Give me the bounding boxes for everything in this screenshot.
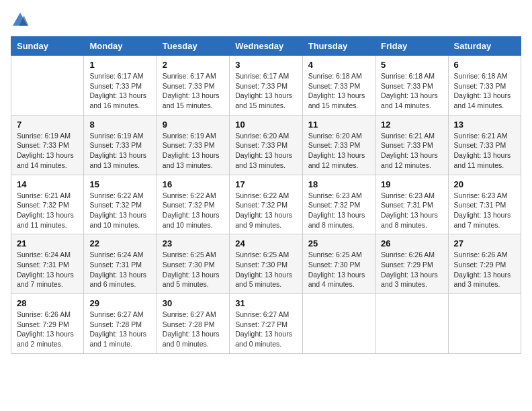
calendar-cell: 27Sunrise: 6:26 AM Sunset: 7:29 PM Dayli… — [448, 234, 521, 294]
day-info: Sunrise: 6:17 AM Sunset: 7:33 PM Dayligh… — [163, 71, 224, 111]
calendar-cell: 21Sunrise: 6:24 AM Sunset: 7:31 PM Dayli… — [11, 234, 84, 294]
day-info: Sunrise: 6:18 AM Sunset: 7:33 PM Dayligh… — [381, 71, 442, 111]
calendar-cell: 15Sunrise: 6:22 AM Sunset: 7:32 PM Dayli… — [84, 175, 157, 234]
day-info: Sunrise: 6:27 AM Sunset: 7:27 PM Dayligh… — [235, 310, 296, 349]
day-number: 17 — [235, 179, 296, 189]
day-number: 18 — [308, 179, 369, 189]
day-info: Sunrise: 6:23 AM Sunset: 7:32 PM Dayligh… — [308, 191, 369, 230]
day-number: 1 — [89, 60, 150, 70]
day-number: 7 — [17, 120, 78, 130]
day-number: 23 — [163, 238, 224, 248]
day-info: Sunrise: 6:26 AM Sunset: 7:29 PM Dayligh… — [381, 250, 442, 289]
calendar-cell: 7Sunrise: 6:19 AM Sunset: 7:33 PM Daylig… — [11, 115, 84, 175]
day-info: Sunrise: 6:23 AM Sunset: 7:31 PM Dayligh… — [381, 191, 442, 230]
day-number: 4 — [308, 60, 369, 70]
day-info: Sunrise: 6:21 AM Sunset: 7:33 PM Dayligh… — [381, 131, 442, 171]
calendar-cell: 2Sunrise: 6:17 AM Sunset: 7:33 PM Daylig… — [157, 56, 229, 116]
calendar-cell: 16Sunrise: 6:22 AM Sunset: 7:32 PM Dayli… — [157, 175, 229, 234]
header-cell-wednesday: Wednesday — [230, 37, 302, 56]
header-cell-tuesday: Tuesday — [157, 37, 229, 56]
calendar-cell: 31Sunrise: 6:27 AM Sunset: 7:27 PM Dayli… — [230, 294, 302, 354]
calendar-cell: 26Sunrise: 6:26 AM Sunset: 7:29 PM Dayli… — [375, 234, 448, 294]
day-info: Sunrise: 6:22 AM Sunset: 7:32 PM Dayligh… — [163, 191, 224, 230]
day-number: 21 — [17, 238, 78, 248]
day-number: 3 — [235, 60, 296, 70]
day-info: Sunrise: 6:24 AM Sunset: 7:31 PM Dayligh… — [89, 250, 150, 289]
day-info: Sunrise: 6:19 AM Sunset: 7:33 PM Dayligh… — [89, 131, 150, 171]
calendar-cell: 29Sunrise: 6:27 AM Sunset: 7:28 PM Dayli… — [84, 294, 157, 354]
day-number: 20 — [454, 179, 515, 189]
week-row-4: 28Sunrise: 6:26 AM Sunset: 7:29 PM Dayli… — [11, 294, 521, 354]
day-number: 6 — [454, 60, 515, 70]
calendar-cell: 8Sunrise: 6:19 AM Sunset: 7:33 PM Daylig… — [84, 115, 157, 175]
calendar-cell — [375, 294, 448, 354]
calendar-cell: 18Sunrise: 6:23 AM Sunset: 7:32 PM Dayli… — [302, 175, 375, 234]
calendar-cell: 3Sunrise: 6:17 AM Sunset: 7:33 PM Daylig… — [230, 56, 302, 116]
day-info: Sunrise: 6:22 AM Sunset: 7:32 PM Dayligh… — [235, 191, 296, 230]
calendar-cell: 10Sunrise: 6:20 AM Sunset: 7:33 PM Dayli… — [230, 115, 302, 175]
calendar-cell: 12Sunrise: 6:21 AM Sunset: 7:33 PM Dayli… — [375, 115, 448, 175]
header-row: SundayMondayTuesdayWednesdayThursdayFrid… — [11, 37, 521, 56]
calendar-header: SundayMondayTuesdayWednesdayThursdayFrid… — [11, 37, 521, 56]
day-info: Sunrise: 6:20 AM Sunset: 7:33 PM Dayligh… — [235, 131, 296, 171]
day-info: Sunrise: 6:27 AM Sunset: 7:28 PM Dayligh… — [89, 310, 150, 349]
calendar-cell: 11Sunrise: 6:20 AM Sunset: 7:33 PM Dayli… — [302, 115, 375, 175]
day-number: 29 — [89, 298, 150, 308]
calendar-cell — [448, 294, 521, 354]
header-cell-monday: Monday — [84, 37, 157, 56]
day-info: Sunrise: 6:19 AM Sunset: 7:33 PM Dayligh… — [163, 131, 224, 171]
day-number: 25 — [308, 238, 369, 248]
calendar-table: SundayMondayTuesdayWednesdayThursdayFrid… — [11, 36, 521, 354]
header-cell-friday: Friday — [375, 37, 448, 56]
day-info: Sunrise: 6:18 AM Sunset: 7:33 PM Dayligh… — [308, 71, 369, 111]
day-number: 26 — [381, 238, 442, 248]
page-header — [11, 11, 521, 30]
calendar-cell — [11, 56, 84, 116]
calendar-cell: 22Sunrise: 6:24 AM Sunset: 7:31 PM Dayli… — [84, 234, 157, 294]
calendar-cell: 4Sunrise: 6:18 AM Sunset: 7:33 PM Daylig… — [302, 56, 375, 116]
day-number: 2 — [163, 60, 224, 70]
logo-icon — [11, 11, 30, 30]
header-cell-sunday: Sunday — [11, 37, 84, 56]
day-info: Sunrise: 6:24 AM Sunset: 7:31 PM Dayligh… — [17, 250, 78, 289]
week-row-1: 7Sunrise: 6:19 AM Sunset: 7:33 PM Daylig… — [11, 115, 521, 175]
day-info: Sunrise: 6:19 AM Sunset: 7:33 PM Dayligh… — [17, 131, 78, 171]
calendar-cell: 5Sunrise: 6:18 AM Sunset: 7:33 PM Daylig… — [375, 56, 448, 116]
week-row-3: 21Sunrise: 6:24 AM Sunset: 7:31 PM Dayli… — [11, 234, 521, 294]
day-number: 8 — [89, 120, 150, 130]
calendar-cell: 1Sunrise: 6:17 AM Sunset: 7:33 PM Daylig… — [84, 56, 157, 116]
calendar-cell: 13Sunrise: 6:21 AM Sunset: 7:33 PM Dayli… — [448, 115, 521, 175]
day-info: Sunrise: 6:17 AM Sunset: 7:33 PM Dayligh… — [89, 71, 150, 111]
day-info: Sunrise: 6:25 AM Sunset: 7:30 PM Dayligh… — [163, 250, 224, 289]
header-cell-saturday: Saturday — [448, 37, 521, 56]
logo — [11, 11, 32, 30]
day-number: 27 — [454, 238, 515, 248]
calendar-cell — [302, 294, 375, 354]
day-number: 14 — [17, 179, 78, 189]
day-number: 10 — [235, 120, 296, 130]
calendar-cell: 9Sunrise: 6:19 AM Sunset: 7:33 PM Daylig… — [157, 115, 229, 175]
calendar-cell: 28Sunrise: 6:26 AM Sunset: 7:29 PM Dayli… — [11, 294, 84, 354]
day-number: 31 — [235, 298, 296, 308]
day-info: Sunrise: 6:22 AM Sunset: 7:32 PM Dayligh… — [89, 191, 150, 230]
day-info: Sunrise: 6:27 AM Sunset: 7:28 PM Dayligh… — [163, 310, 224, 349]
day-number: 13 — [454, 120, 515, 130]
calendar-cell: 24Sunrise: 6:25 AM Sunset: 7:30 PM Dayli… — [230, 234, 302, 294]
day-info: Sunrise: 6:25 AM Sunset: 7:30 PM Dayligh… — [235, 250, 296, 289]
day-number: 22 — [89, 238, 150, 248]
day-number: 19 — [381, 179, 442, 189]
day-info: Sunrise: 6:20 AM Sunset: 7:33 PM Dayligh… — [308, 131, 369, 171]
day-info: Sunrise: 6:17 AM Sunset: 7:33 PM Dayligh… — [235, 71, 296, 111]
calendar-cell: 30Sunrise: 6:27 AM Sunset: 7:28 PM Dayli… — [157, 294, 229, 354]
day-number: 9 — [163, 120, 224, 130]
calendar-cell: 17Sunrise: 6:22 AM Sunset: 7:32 PM Dayli… — [230, 175, 302, 234]
day-number: 16 — [163, 179, 224, 189]
calendar-body: 1Sunrise: 6:17 AM Sunset: 7:33 PM Daylig… — [11, 56, 521, 354]
calendar-cell: 14Sunrise: 6:21 AM Sunset: 7:32 PM Dayli… — [11, 175, 84, 234]
day-number: 15 — [89, 179, 150, 189]
day-number: 30 — [163, 298, 224, 308]
day-number: 11 — [308, 120, 369, 130]
day-info: Sunrise: 6:21 AM Sunset: 7:33 PM Dayligh… — [454, 131, 515, 171]
calendar-cell: 19Sunrise: 6:23 AM Sunset: 7:31 PM Dayli… — [375, 175, 448, 234]
day-number: 12 — [381, 120, 442, 130]
